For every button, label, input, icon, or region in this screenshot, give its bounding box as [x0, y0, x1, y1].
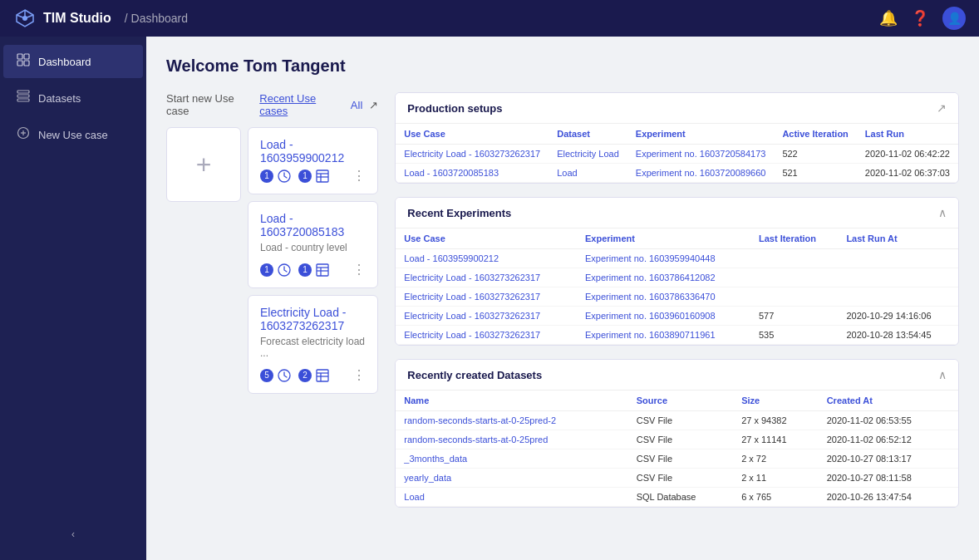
re-use-case[interactable]: Load - 1603959900212 — [396, 249, 577, 268]
svg-rect-5 — [17, 91, 29, 93]
production-setups-expand-icon[interactable]: ↗ — [937, 101, 947, 115]
production-setups-tbody: Electricity Load - 1603273262317 Electri… — [396, 145, 958, 183]
sidebar-item-new-use-case[interactable]: New Use case — [3, 118, 143, 151]
re-use-case[interactable]: Electricity Load - 1603273262317 — [396, 287, 577, 307]
table-row: yearly_data CSV File 2 x 11 2020-10-27 0… — [396, 469, 958, 488]
uc2-menu-icon[interactable]: ⋮ — [352, 262, 366, 278]
recent-experiments-table: Use Case Experiment Last Iteration Last … — [396, 228, 958, 345]
all-use-cases-link[interactable]: All — [351, 99, 362, 111]
use-cases-panel: Start new Use case Recent Use cases All … — [166, 92, 378, 508]
table-row: Electricity Load - 1603273262317 Electri… — [396, 145, 958, 164]
ds-source: CSV File — [628, 449, 733, 469]
ds-name[interactable]: random-seconds-starts-at-0-25pred-2 — [396, 411, 627, 430]
svg-rect-22 — [317, 370, 328, 381]
recent-experiments-panel: Recent Experiments ∧ Use Case Experiment… — [395, 197, 959, 346]
datasets-icon — [17, 90, 30, 106]
model-icon — [277, 169, 292, 184]
new-use-case-icon — [17, 126, 30, 143]
svg-rect-2 — [24, 54, 29, 59]
use-cases-expand-icon[interactable]: ↗ — [369, 99, 378, 111]
re-experiment[interactable]: Experiment no. 1603960160908 — [577, 307, 750, 326]
sidebar-new-use-case-label: New Use case — [38, 129, 108, 141]
recent-use-cases-link[interactable]: Recent Use cases — [259, 92, 341, 117]
col-experiment: Experiment — [627, 124, 775, 145]
table-row: Electricity Load - 1603273262317 Experim… — [396, 287, 958, 307]
table-row: Load - 1603720085183 Load Experiment no.… — [396, 164, 958, 183]
sidebar-item-datasets[interactable]: Datasets — [3, 81, 143, 115]
user-avatar[interactable]: 👤 — [942, 7, 966, 30]
svg-rect-12 — [317, 170, 328, 182]
dashboard-icon — [17, 53, 30, 70]
svg-rect-17 — [317, 264, 328, 276]
uc3-menu-icon[interactable]: ⋮ — [352, 367, 366, 383]
svg-rect-1 — [17, 54, 22, 59]
table-row: _3months_data CSV File 2 x 72 2020-10-27… — [396, 449, 958, 469]
sidebar-collapse-button[interactable]: ‹ — [7, 522, 140, 547]
ps-active-iter: 522 — [774, 145, 856, 164]
use-case-list: Load - 1603959900212 1 1 — [248, 127, 378, 394]
recent-experiments-collapse-icon[interactable]: ∧ — [938, 206, 947, 219]
uc2-title[interactable]: Load - 1603720085183 — [260, 212, 366, 238]
new-use-case-card[interactable]: + — [166, 127, 241, 202]
uc3-title[interactable]: Electricity Load - 1603273262317 — [260, 306, 366, 332]
production-setups-panel: Production setups ↗ Use Case Dataset Exp… — [395, 92, 959, 184]
ds-source: CSV File — [628, 430, 733, 449]
re-use-case[interactable]: Electricity Load - 1603273262317 — [396, 326, 577, 345]
ps-use-case[interactable]: Electricity Load - 1603273262317 — [396, 145, 549, 164]
header-left: TIM Studio / Dashboard — [13, 7, 188, 30]
svg-rect-4 — [24, 61, 29, 66]
re-experiment[interactable]: Experiment no. 1603959940448 — [577, 249, 750, 268]
ds-name[interactable]: random-seconds-starts-at-0-25pred — [396, 430, 627, 449]
uc1-footer: 1 1 ⋮ — [260, 168, 366, 184]
ps-experiment[interactable]: Experiment no. 1603720089660 — [627, 164, 775, 183]
sidebar-item-dashboard[interactable]: Dashboard — [3, 45, 143, 78]
re-experiment[interactable]: Experiment no. 1603786412082 — [577, 268, 750, 287]
recently-created-datasets-title: Recently created Datasets — [407, 369, 542, 381]
ds-name[interactable]: Load — [396, 488, 627, 507]
header: TIM Studio / Dashboard 🔔 ❓ 👤 — [0, 0, 979, 37]
uc1-title[interactable]: Load - 1603959900212 — [260, 138, 366, 165]
ds-name[interactable]: _3months_data — [396, 449, 627, 469]
ps-use-case[interactable]: Load - 1603720085183 — [396, 164, 549, 183]
ps-last-run: 2020-11-02 06:37:03 — [857, 164, 958, 183]
datasets-thead: Name Source Size Created At — [396, 391, 958, 411]
re-use-case[interactable]: Electricity Load - 1603273262317 — [396, 268, 577, 287]
uc2-table-count: 1 — [298, 263, 312, 277]
app-name: TIM Studio — [43, 11, 111, 26]
ps-dataset[interactable]: Electricity Load — [549, 145, 627, 164]
uc1-menu-icon[interactable]: ⋮ — [352, 168, 366, 184]
re-last-run-at: 2020-10-28 13:54:45 — [838, 326, 958, 345]
help-icon[interactable]: ❓ — [911, 9, 929, 27]
re-experiment[interactable]: Experiment no. 1603890711961 — [577, 326, 750, 345]
uc1-table-count: 1 — [298, 169, 312, 183]
ds-size: 6 x 765 — [733, 488, 819, 507]
ds-source: SQL Database — [628, 488, 733, 507]
app-logo: TIM Studio — [13, 7, 111, 30]
table-row: Electricity Load - 1603273262317 Experim… — [396, 307, 958, 326]
table-row: Electricity Load - 1603273262317 Experim… — [396, 326, 958, 345]
ds-created-at: 2020-10-27 08:13:17 — [819, 449, 958, 469]
svg-rect-6 — [17, 95, 29, 97]
ds-size: 2 x 11 — [733, 469, 819, 488]
ps-experiment[interactable]: Experiment no. 1603720584173 — [627, 145, 775, 164]
uc3-badge-model: 5 — [260, 368, 292, 383]
ps-dataset[interactable]: Load — [549, 164, 627, 183]
datasets-collapse-icon[interactable]: ∧ — [938, 368, 947, 381]
re-last-run-at — [838, 268, 958, 287]
ds-col-name: Name — [396, 391, 627, 411]
uc3-table-count: 2 — [298, 369, 312, 382]
re-col-experiment: Experiment — [577, 228, 750, 249]
ds-source: CSV File — [628, 411, 733, 430]
re-last-iter: 577 — [750, 307, 838, 326]
ds-name[interactable]: yearly_data — [396, 469, 627, 488]
re-experiment[interactable]: Experiment no. 1603786336470 — [577, 287, 750, 307]
ds-created-at: 2020-10-26 13:47:54 — [819, 488, 958, 507]
ds-source: CSV File — [628, 469, 733, 488]
svg-point-0 — [22, 16, 27, 21]
notification-icon[interactable]: 🔔 — [879, 9, 898, 27]
re-use-case[interactable]: Electricity Load - 1603273262317 — [396, 307, 577, 326]
uc3-icons: 5 2 — [260, 368, 330, 383]
uc2-subtitle: Load - country level — [260, 242, 366, 253]
sidebar: Dashboard Datasets New Use case ‹ — [0, 37, 146, 560]
recent-experiments-header: Recent Experiments ∧ — [396, 198, 958, 228]
